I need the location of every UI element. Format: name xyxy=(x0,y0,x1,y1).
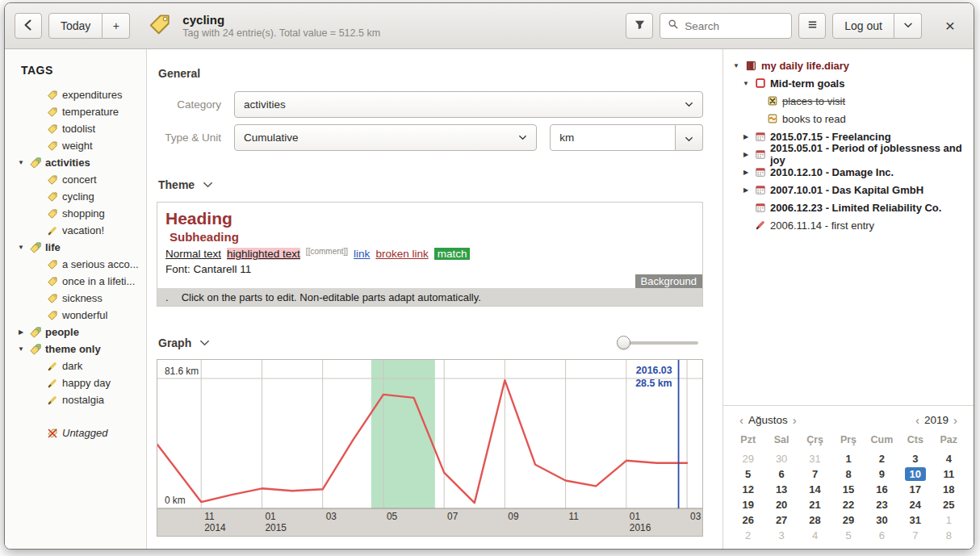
logout-button[interactable]: Log out xyxy=(832,13,894,39)
calendar-day[interactable]: 31 xyxy=(798,451,831,466)
graph-expander-icon[interactable] xyxy=(199,340,210,346)
calendar-day[interactable]: 5 xyxy=(831,528,865,543)
calendar-day[interactable]: 13 xyxy=(764,482,798,497)
tag-item-concert[interactable]: concert xyxy=(5,171,146,188)
tag-item-weight[interactable]: weight xyxy=(5,137,146,154)
tag-item-todolist[interactable]: todolist xyxy=(5,120,146,137)
tag-item-people[interactable]: ▶people xyxy=(5,324,146,341)
calendar-day[interactable]: 11 xyxy=(932,466,965,482)
calendar-day[interactable]: 8 xyxy=(932,528,965,543)
tree-item-2015-05-01-period-of-joblessness-and-joy[interactable]: ▶2015.05.01 - Period of joblessness and … xyxy=(728,145,969,163)
calendar-day[interactable]: 29 xyxy=(831,512,865,528)
category-combobox[interactable]: activities xyxy=(234,91,703,118)
calendar-day[interactable]: 4 xyxy=(798,528,831,543)
theme-broken-link-sample[interactable]: broken link xyxy=(375,248,428,260)
unit-combobox[interactable]: km xyxy=(550,124,703,151)
calendar-day[interactable]: 28 xyxy=(798,512,831,528)
expander-down-icon[interactable]: ▼ xyxy=(16,345,26,353)
calendar-day[interactable]: 24 xyxy=(898,497,932,512)
tree-item-2006-12-23-limited-reliability-co[interactable]: 2006.12.23 - Limited Reliability Co. xyxy=(728,199,969,216)
tag-item-wonderful[interactable]: wonderful xyxy=(5,307,146,324)
back-button[interactable] xyxy=(15,13,42,39)
tag-item-activities[interactable]: ▼activities xyxy=(5,154,146,171)
graph-canvas[interactable]: 2016.0328.5 km81.6 km0 km112014012015030… xyxy=(157,360,702,536)
calendar-day[interactable]: 16 xyxy=(865,482,898,497)
tag-item-cycling[interactable]: cycling xyxy=(5,188,146,205)
slider-handle[interactable] xyxy=(617,336,630,349)
tag-item-life[interactable]: ▼life xyxy=(5,239,146,256)
expander-right-icon[interactable]: ▶ xyxy=(741,186,751,194)
calendar-day[interactable]: 6 xyxy=(865,528,898,543)
calendar-prev-year-button[interactable]: ‹ xyxy=(912,414,923,426)
tag-item-happy-day[interactable]: happy day xyxy=(5,374,146,391)
calendar-day[interactable]: 17 xyxy=(898,482,932,497)
expander-down-icon[interactable]: ▼ xyxy=(731,62,741,69)
theme-subheading-sample[interactable]: Subheading xyxy=(170,230,693,244)
graph-zoom-slider[interactable] xyxy=(618,336,698,350)
calendar-day[interactable]: 1 xyxy=(831,451,865,466)
tag-graph[interactable]: 2016.0328.5 km81.6 km0 km112014012015030… xyxy=(157,359,703,537)
type-combobox[interactable]: Cumulative xyxy=(234,124,537,151)
calendar-day[interactable]: 26 xyxy=(731,512,764,528)
calendar-day[interactable]: 22 xyxy=(831,497,865,512)
calendar-day[interactable]: 20 xyxy=(764,497,798,512)
expander-right-icon[interactable]: ▶ xyxy=(741,169,751,176)
calendar-day[interactable]: 14 xyxy=(798,482,831,497)
tree-item-places-to-visit[interactable]: places to visit xyxy=(728,92,969,110)
unit-value[interactable]: km xyxy=(550,124,676,151)
calendar-day[interactable]: 15 xyxy=(831,482,865,497)
expander-down-icon[interactable]: ▼ xyxy=(16,244,26,251)
calendar-day[interactable]: 31 xyxy=(898,512,932,528)
calendar-day[interactable]: 4 xyxy=(932,451,965,466)
calendar-day[interactable]: 2 xyxy=(865,451,898,466)
tree-item-2007-10-01-das-kapital-gmbh[interactable]: ▶2007.10.01 - Das Kapital GmbH xyxy=(728,181,969,199)
theme-normal-text-sample[interactable]: Normal text xyxy=(165,248,221,260)
calendar-next-year-button[interactable]: › xyxy=(950,414,961,426)
calendar-day[interactable]: 3 xyxy=(764,528,798,543)
tag-item-vacation[interactable]: vacation! xyxy=(5,222,146,239)
tree-item-books-to-read[interactable]: books to read xyxy=(728,110,969,128)
theme-background-sample[interactable]: Background xyxy=(635,274,702,288)
calendar-day[interactable]: 3 xyxy=(898,451,932,466)
expander-down-icon[interactable]: ▼ xyxy=(16,159,26,166)
theme-match-sample[interactable]: match xyxy=(434,248,471,260)
theme-font-sample[interactable]: Font: Cantarell 11 xyxy=(165,263,693,275)
calendar-day[interactable]: 2 xyxy=(731,528,764,543)
expander-right-icon[interactable]: ▶ xyxy=(741,133,751,140)
filter-button[interactable] xyxy=(626,13,653,39)
calendar-day[interactable]: 19 xyxy=(731,497,764,512)
tag-item-sickness[interactable]: sickness xyxy=(5,290,146,307)
calendar-day[interactable]: 27 xyxy=(764,512,798,528)
calendar-day[interactable]: 12 xyxy=(731,482,764,497)
calendar-day[interactable]: 30 xyxy=(764,451,798,466)
calendar-day[interactable]: 6 xyxy=(764,466,798,482)
menu-button[interactable] xyxy=(798,13,826,39)
logout-dropdown-button[interactable] xyxy=(894,13,922,39)
unit-dropdown-button[interactable] xyxy=(676,124,703,151)
tree-item-mid-term-goals[interactable]: ▼Mid-term goals xyxy=(728,74,969,92)
tag-item-theme-only[interactable]: ▼theme only xyxy=(5,341,146,357)
tree-item-2006-11-14-first-entry[interactable]: 2006.11.14 - first entry xyxy=(728,216,969,234)
tag-item-shopping[interactable]: shopping xyxy=(5,205,146,222)
expander-right-icon[interactable]: ▶ xyxy=(741,151,751,158)
theme-highlight-sample[interactable]: highlighted text xyxy=(227,248,300,260)
tag-item-a-serious-acco[interactable]: a serious acco... xyxy=(5,256,146,273)
tree-item-my-daily-life-diary[interactable]: ▼my daily life.diary xyxy=(728,56,969,74)
theme-link-sample[interactable]: link xyxy=(354,248,370,260)
calendar-next-month-button[interactable]: › xyxy=(789,414,800,426)
add-entry-button[interactable]: + xyxy=(103,13,130,39)
tag-item-temperature[interactable]: temperature xyxy=(5,103,146,120)
calendar-prev-month-button[interactable]: ‹ xyxy=(736,414,747,426)
calendar-day[interactable]: 7 xyxy=(798,466,831,482)
calendar-day[interactable]: 18 xyxy=(932,482,965,497)
calendar-day-selected[interactable]: 10 xyxy=(898,466,932,482)
tag-item-untagged[interactable]: Untagged xyxy=(5,424,146,441)
calendar-day[interactable]: 23 xyxy=(865,497,898,512)
tag-item-once-in-a-lifeti[interactable]: once in a lifeti... xyxy=(5,273,146,290)
tag-item-nostalgia[interactable]: nostalgia xyxy=(5,391,146,408)
theme-expander-icon[interactable] xyxy=(203,182,213,188)
expander-down-icon[interactable]: ▼ xyxy=(741,80,751,87)
close-button[interactable]: × xyxy=(936,13,964,39)
search-box[interactable] xyxy=(660,13,792,39)
calendar-day[interactable]: 29 xyxy=(731,451,764,466)
